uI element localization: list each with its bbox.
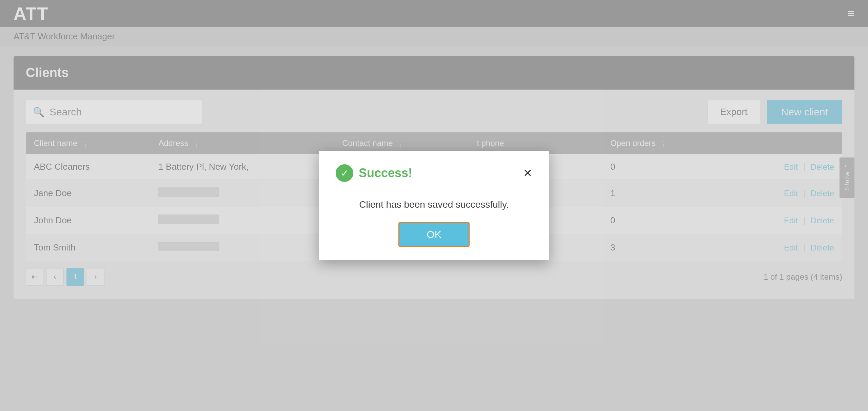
dialog-message: Client has been saved successfully.	[336, 199, 532, 210]
dialog-close-button[interactable]: ✕	[523, 168, 532, 179]
dialog-ok-button[interactable]: OK	[398, 222, 469, 247]
dialog-header: ✓ Success! ✕	[336, 164, 532, 189]
dialog-title: Success!	[359, 166, 412, 180]
success-dialog: ✓ Success! ✕ Client has been saved succe…	[319, 151, 549, 260]
dialog-title-area: ✓ Success!	[336, 164, 412, 182]
success-icon: ✓	[336, 164, 353, 182]
modal-overlay: ✓ Success! ✕ Client has been saved succe…	[0, 0, 868, 411]
